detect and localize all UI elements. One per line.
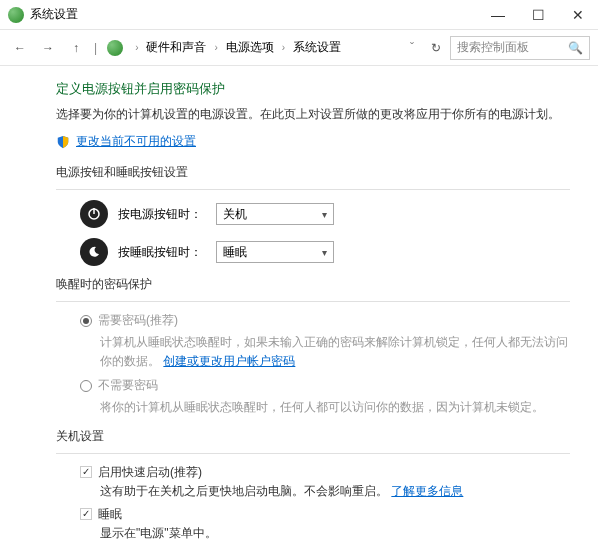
- radio-unchecked-icon: [80, 380, 92, 392]
- sleep-desc: 显示在"电源"菜单中。: [100, 525, 570, 542]
- power-button-select[interactable]: 关机 ▾: [216, 203, 334, 225]
- shield-icon: [56, 135, 70, 149]
- page-heading: 定义电源按钮并启用密码保护: [56, 80, 570, 98]
- sleep-icon: [80, 238, 108, 266]
- forward-button[interactable]: →: [36, 36, 60, 60]
- sleep-button-label: 按睡眠按钮时：: [118, 244, 206, 261]
- content: 定义电源按钮并启用密码保护 选择要为你的计算机设置的电源设置。在此页上对设置所做…: [0, 66, 598, 543]
- fastboot-checkbox-row: 启用快速启动(推荐): [80, 464, 570, 481]
- power-icon: [80, 200, 108, 228]
- checkbox-checked-icon: [80, 466, 92, 478]
- shutdown-section-title: 关机设置: [56, 428, 570, 445]
- require-password-desc: 计算机从睡眠状态唤醒时，如果未输入正确的密码来解除计算机锁定，任何人都无法访问你…: [100, 333, 570, 371]
- sleep-button-row: 按睡眠按钮时： 睡眠 ▾: [80, 238, 570, 266]
- close-button[interactable]: ✕: [558, 0, 598, 30]
- divider: [56, 189, 570, 190]
- divider: [56, 301, 570, 302]
- chevron-down-icon: ▾: [322, 209, 327, 220]
- refresh-button[interactable]: ↻: [426, 38, 446, 58]
- no-password-radio: 不需要密码: [80, 377, 570, 394]
- breadcrumb-settings[interactable]: 系统设置: [293, 39, 341, 56]
- sleep-checkbox-row: 睡眠: [80, 506, 570, 523]
- power-button-label: 按电源按钮时：: [118, 206, 206, 223]
- no-password-desc: 将你的计算机从睡眠状态唤醒时，任何人都可以访问你的数据，因为计算机未锁定。: [100, 398, 570, 417]
- power-button-row: 按电源按钮时： 关机 ▾: [80, 200, 570, 228]
- change-unavailable-link[interactable]: 更改当前不可用的设置: [76, 133, 196, 150]
- navbar: ← → ↑ | › 硬件和声音 › 电源选项 › 系统设置 ˇ ↻ 搜索控制面板…: [0, 30, 598, 66]
- back-button[interactable]: ←: [8, 36, 32, 60]
- sleep-button-select[interactable]: 睡眠 ▾: [216, 241, 334, 263]
- chevron-down-icon: ▾: [322, 247, 327, 258]
- search-icon: 🔍: [568, 41, 583, 55]
- maximize-button[interactable]: ☐: [518, 0, 558, 30]
- chevron-right-icon: ›: [135, 42, 138, 53]
- learn-more-link[interactable]: 了解更多信息: [391, 484, 463, 498]
- minimize-button[interactable]: —: [478, 0, 518, 30]
- divider: [56, 453, 570, 454]
- power-buttons-section-title: 电源按钮和睡眠按钮设置: [56, 164, 570, 181]
- control-panel-icon: [107, 40, 123, 56]
- require-password-radio: 需要密码(推荐): [80, 312, 570, 329]
- create-account-password-link[interactable]: 创建或更改用户帐户密码: [163, 354, 295, 368]
- search-placeholder: 搜索控制面板: [457, 39, 529, 56]
- app-icon: [8, 7, 24, 23]
- fastboot-desc: 这有助于在关机之后更快地启动电脑。不会影响重启。 了解更多信息: [100, 483, 570, 500]
- breadcrumb-power[interactable]: 电源选项: [226, 39, 274, 56]
- address-dropdown[interactable]: ˇ: [410, 41, 414, 55]
- up-button[interactable]: ↑: [64, 36, 88, 60]
- radio-checked-icon: [80, 315, 92, 327]
- checkbox-checked-icon: [80, 508, 92, 520]
- window-title: 系统设置: [30, 6, 478, 23]
- chevron-right-icon: ›: [282, 42, 285, 53]
- breadcrumb-hardware[interactable]: 硬件和声音: [146, 39, 206, 56]
- chevron-right-icon: ›: [214, 42, 217, 53]
- password-section-title: 唤醒时的密码保护: [56, 276, 570, 293]
- search-input[interactable]: 搜索控制面板 🔍: [450, 36, 590, 60]
- page-description: 选择要为你的计算机设置的电源设置。在此页上对设置所做的更改将应用于你所有的电源计…: [56, 106, 570, 123]
- separator: |: [94, 41, 97, 55]
- titlebar: 系统设置 — ☐ ✕: [0, 0, 598, 30]
